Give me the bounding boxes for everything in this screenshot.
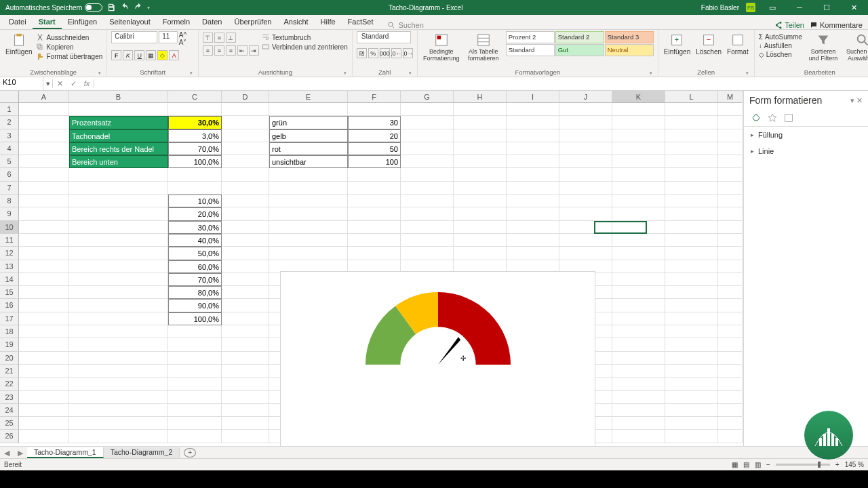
- cell[interactable]: [559, 207, 612, 220]
- cell[interactable]: [718, 129, 743, 142]
- cell[interactable]: [665, 404, 718, 417]
- cell[interactable]: [612, 378, 665, 390]
- cell[interactable]: [665, 325, 718, 338]
- view-layout-icon[interactable]: ▤: [743, 461, 749, 468]
- cell[interactable]: 70,0%: [168, 142, 222, 155]
- cell[interactable]: [665, 182, 718, 195]
- cell[interactable]: [69, 352, 168, 365]
- cell[interactable]: grün: [269, 116, 348, 129]
- cut-button[interactable]: Ausschneiden: [36, 33, 102, 41]
- cell[interactable]: [718, 273, 743, 286]
- gauge-chart[interactable]: ✢: [280, 271, 595, 446]
- cell[interactable]: [19, 312, 69, 325]
- cell[interactable]: [401, 195, 454, 207]
- cell[interactable]: [401, 155, 454, 168]
- cell[interactable]: [19, 260, 69, 273]
- cell[interactable]: 20,0%: [168, 207, 222, 220]
- cell[interactable]: [19, 352, 69, 365]
- cell[interactable]: [222, 221, 269, 234]
- cell[interactable]: [665, 247, 718, 260]
- cell[interactable]: [401, 129, 454, 142]
- cell[interactable]: [401, 103, 454, 116]
- cell[interactable]: [69, 365, 168, 378]
- cell[interactable]: [269, 221, 348, 234]
- cell[interactable]: [69, 417, 168, 430]
- cell[interactable]: 50: [348, 142, 401, 155]
- cell[interactable]: [401, 247, 454, 260]
- cell[interactable]: [401, 207, 454, 220]
- row-header[interactable]: 14: [0, 273, 19, 286]
- zoom-slider[interactable]: [776, 464, 830, 466]
- cell[interactable]: [168, 378, 222, 390]
- cell[interactable]: [401, 234, 454, 247]
- cell[interactable]: [665, 430, 718, 443]
- cell[interactable]: [348, 207, 401, 220]
- row-header[interactable]: 23: [0, 391, 19, 404]
- cell[interactable]: [19, 325, 69, 338]
- cell[interactable]: [348, 103, 401, 116]
- cell[interactable]: [69, 234, 168, 247]
- minimize-icon[interactable]: ─: [789, 0, 810, 15]
- row-header[interactable]: 8: [0, 195, 19, 207]
- cell[interactable]: [718, 365, 743, 378]
- cell[interactable]: 20: [348, 129, 401, 142]
- view-break-icon[interactable]: ▥: [755, 461, 761, 468]
- cell[interactable]: [612, 260, 665, 273]
- cell[interactable]: [454, 221, 507, 234]
- cell[interactable]: 3,0%: [168, 129, 222, 142]
- view-normal-icon[interactable]: ▦: [732, 461, 738, 468]
- cell[interactable]: [454, 142, 507, 155]
- cell[interactable]: [168, 182, 222, 195]
- cell[interactable]: [612, 325, 665, 338]
- cell[interactable]: [69, 103, 168, 116]
- cell[interactable]: [718, 247, 743, 260]
- cell[interactable]: [454, 182, 507, 195]
- cell[interactable]: [19, 391, 69, 404]
- share-button[interactable]: Teilen: [774, 21, 804, 29]
- cell[interactable]: [665, 129, 718, 142]
- row-header[interactable]: 13: [0, 260, 19, 273]
- col-header[interactable]: D: [222, 91, 269, 103]
- cell[interactable]: [665, 207, 718, 220]
- cell[interactable]: [559, 195, 612, 207]
- cell[interactable]: [269, 182, 348, 195]
- cell[interactable]: [222, 378, 269, 390]
- cell[interactable]: [168, 352, 222, 365]
- cell[interactable]: [718, 168, 743, 181]
- cell[interactable]: [69, 247, 168, 260]
- tab-hilfe[interactable]: Hilfe: [315, 16, 342, 29]
- cell[interactable]: [612, 195, 665, 207]
- add-sheet-button[interactable]: +: [184, 448, 196, 458]
- cell[interactable]: [665, 195, 718, 207]
- cell[interactable]: [559, 142, 612, 155]
- cell[interactable]: [718, 378, 743, 390]
- row-header[interactable]: 9: [0, 207, 19, 220]
- cell[interactable]: 30,0%: [168, 116, 222, 129]
- font-size-select[interactable]: 11: [159, 31, 178, 43]
- cell[interactable]: [222, 247, 269, 260]
- cell[interactable]: [612, 391, 665, 404]
- cell[interactable]: [19, 207, 69, 220]
- cell[interactable]: [718, 430, 743, 443]
- cell[interactable]: [222, 312, 269, 325]
- cell[interactable]: 100: [348, 155, 401, 168]
- cell[interactable]: [19, 404, 69, 417]
- cell[interactable]: 30,0%: [168, 221, 222, 234]
- cell[interactable]: unsichtbar: [269, 155, 348, 168]
- cell[interactable]: [612, 352, 665, 365]
- tab-start[interactable]: Start: [33, 16, 62, 29]
- cell[interactable]: [269, 207, 348, 220]
- cell[interactable]: [401, 142, 454, 155]
- cell[interactable]: [69, 430, 168, 443]
- cell[interactable]: [665, 417, 718, 430]
- cell[interactable]: 10,0%: [168, 195, 222, 207]
- cell[interactable]: [454, 155, 507, 168]
- cell[interactable]: 60,0%: [168, 260, 222, 273]
- clear-button[interactable]: ◇ Löschen: [759, 51, 802, 58]
- cell[interactable]: [665, 142, 718, 155]
- cell[interactable]: [19, 221, 69, 234]
- cell[interactable]: [401, 221, 454, 234]
- cell[interactable]: [222, 234, 269, 247]
- cell[interactable]: 70,0%: [168, 273, 222, 286]
- fx-icon[interactable]: fx: [80, 79, 94, 88]
